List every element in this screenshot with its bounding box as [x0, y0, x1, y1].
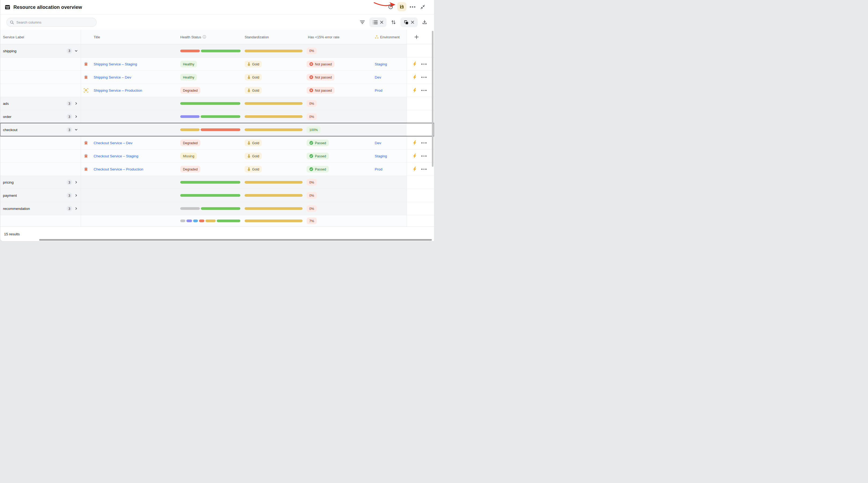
chevron-right-icon[interactable]	[74, 114, 79, 119]
group-row-checkout[interactable]: checkout3100%	[0, 123, 434, 136]
bar-segment-yellow	[245, 220, 303, 222]
lightning-icon[interactable]	[413, 75, 416, 79]
check-circle-icon	[309, 154, 313, 158]
environment-link[interactable]: Prod	[375, 167, 382, 171]
bar-segment-yellow	[206, 220, 216, 222]
health-distribution-bar	[180, 115, 240, 118]
service-row: Checkout Service – StagingMissingGoldPas…	[0, 149, 434, 162]
undo-button[interactable]	[387, 3, 394, 11]
stack-view-chip[interactable]	[400, 18, 417, 27]
group-by-chip[interactable]	[369, 18, 386, 27]
x-circle-icon	[309, 75, 313, 79]
error-rate-badge: 0%	[307, 114, 317, 120]
horizontal-scrollbar[interactable]	[39, 239, 432, 241]
group-row-recommendation[interactable]: recommendation30%	[0, 202, 434, 215]
health-status-badge: Degraded	[180, 140, 200, 146]
chevron-right-icon[interactable]	[74, 206, 79, 211]
vertical-scrollbar[interactable]	[432, 31, 433, 167]
service-title-link[interactable]: Checkout Service – Dev	[94, 141, 132, 145]
filter-icon[interactable]	[359, 19, 366, 26]
title-cell: Shipping Service – Staging	[94, 62, 137, 66]
row-more-button[interactable]	[422, 142, 427, 143]
service-title-link[interactable]: Checkout Service – Staging	[94, 154, 138, 158]
lightning-icon[interactable]	[413, 167, 416, 171]
lightning-icon[interactable]	[413, 88, 416, 93]
bar-segment-yellow	[245, 102, 303, 105]
service-title-link[interactable]: Shipping Service – Staging	[94, 62, 137, 66]
chevron-down-icon[interactable]	[74, 49, 79, 53]
health-distribution-bar	[180, 207, 240, 210]
row-more-button[interactable]	[422, 169, 427, 170]
grid-header-row: Service Label Title Health Status Standa…	[0, 30, 434, 44]
lightning-icon[interactable]	[413, 154, 416, 158]
row-more-button[interactable]	[422, 64, 427, 65]
save-button[interactable]	[397, 2, 406, 11]
column-header-health-status[interactable]: Health Status	[180, 35, 206, 39]
group-row-shipping[interactable]: shipping30%	[0, 44, 434, 57]
clear-stack-view-icon[interactable]	[411, 21, 414, 24]
environment-cell: Staging	[375, 154, 387, 158]
medal-icon	[247, 167, 251, 171]
aggregate-row: 7%	[0, 215, 434, 226]
group-label: order	[3, 115, 11, 119]
column-header-environment[interactable]: Environment	[375, 35, 400, 39]
row-more-button[interactable]	[422, 90, 427, 91]
chevron-right-icon[interactable]	[74, 101, 79, 106]
bar-segment-green	[180, 181, 240, 184]
sort-icon[interactable]	[390, 19, 397, 26]
copy-stack-icon	[404, 20, 408, 25]
group-row-order[interactable]: order30%	[0, 110, 434, 123]
error-rate-badge: 0%	[307, 205, 317, 212]
environment-link[interactable]: Prod	[375, 89, 382, 93]
bar-segment-blue	[193, 220, 198, 222]
clear-group-by-icon[interactable]	[380, 21, 383, 24]
services-grid: Service Label Title Health Status Standa…	[0, 30, 434, 226]
service-title-link[interactable]: Shipping Service – Dev	[94, 75, 131, 79]
environment-link[interactable]: Dev	[375, 75, 381, 79]
group-count-badge: 3	[66, 48, 72, 54]
row-more-button[interactable]	[422, 156, 427, 157]
search-input[interactable]	[17, 20, 93, 24]
medal-icon	[247, 75, 251, 79]
standardization-badge: Gold	[245, 140, 262, 146]
service-title-link[interactable]: Checkout Service – Production	[94, 167, 143, 171]
group-label: shipping	[3, 49, 17, 53]
service-icon-octopus	[84, 154, 88, 158]
more-options-button[interactable]	[409, 3, 416, 11]
chevron-right-icon[interactable]	[74, 180, 79, 185]
group-row-payment[interactable]: payment30%	[0, 189, 434, 202]
group-row-pricing[interactable]: pricing30%	[0, 175, 434, 189]
standardization-badge: Gold	[245, 74, 262, 81]
service-icon-box	[84, 88, 88, 93]
group-count-badge: 3	[66, 127, 72, 133]
column-header-service-label[interactable]: Service Label	[3, 35, 24, 39]
group-count-badge: 3	[66, 180, 72, 185]
download-icon[interactable]	[421, 19, 428, 26]
service-row: Shipping Service – DevHealthyGoldNot pas…	[0, 70, 434, 84]
lightning-icon[interactable]	[413, 62, 416, 66]
error-rate-badge: 100%	[307, 127, 320, 133]
standardization-badge: Gold	[245, 166, 262, 172]
lightning-icon[interactable]	[413, 140, 416, 145]
environment-link[interactable]: Dev	[375, 141, 381, 145]
column-header-standardization[interactable]: Standardization	[245, 35, 269, 39]
column-header-error-rate[interactable]: Has <15% error rate	[308, 35, 339, 39]
bar-segment-green	[200, 115, 240, 118]
add-column-button[interactable]	[414, 35, 419, 39]
title-cell: Checkout Service – Staging	[94, 154, 138, 158]
group-row-ads[interactable]: ads30%	[0, 97, 434, 110]
chevron-down-icon[interactable]	[74, 127, 79, 132]
health-distribution-bar	[180, 220, 240, 222]
collapse-icon[interactable]	[419, 3, 427, 11]
column-header-title[interactable]: Title	[94, 35, 100, 39]
group-count-badge: 3	[66, 114, 72, 120]
service-title-link[interactable]: Shipping Service – Production	[94, 89, 142, 93]
environment-link[interactable]: Staging	[375, 154, 387, 158]
search-box	[6, 18, 97, 27]
error-rate-badge: 0%	[307, 192, 317, 199]
row-more-button[interactable]	[422, 77, 427, 78]
environment-link[interactable]: Staging	[375, 62, 387, 66]
chevron-right-icon[interactable]	[74, 193, 79, 198]
group-count-badge: 3	[66, 193, 72, 198]
info-icon[interactable]	[203, 35, 206, 39]
